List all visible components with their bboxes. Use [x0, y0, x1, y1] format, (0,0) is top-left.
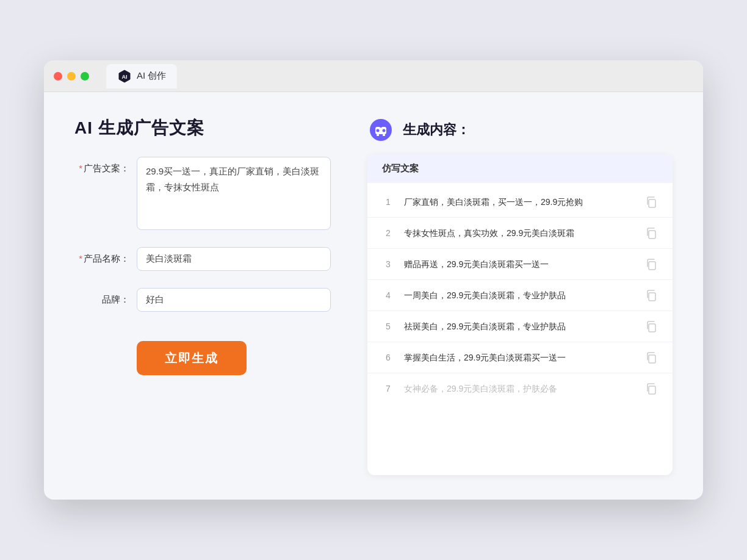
svg-rect-15 — [649, 355, 655, 363]
result-item: 6 掌握美白生活，29.9元美白淡斑霜买一送一 — [367, 342, 673, 373]
result-item: 4 一周美白，29.9元美白淡斑霜，专业护肤品 — [367, 280, 673, 311]
result-number: 3 — [382, 259, 394, 269]
svg-rect-13 — [649, 293, 655, 301]
result-number: 4 — [382, 290, 394, 300]
copy-icon[interactable] — [644, 289, 658, 302]
copy-icon[interactable] — [644, 226, 658, 240]
result-text: 女神必备，29.9元美白淡斑霜，护肤必备 — [404, 382, 635, 395]
page-title: AI 生成广告文案 — [74, 117, 331, 140]
titlebar: AI AI 创作 — [44, 60, 703, 92]
maximize-button[interactable] — [81, 72, 89, 81]
svg-text:AI: AI — [122, 74, 128, 80]
copy-icon[interactable] — [644, 320, 658, 333]
brand-input[interactable] — [137, 288, 331, 312]
result-item: 2 专抹女性斑点，真实功效，29.9元美白淡斑霜 — [367, 218, 673, 249]
result-number: 1 — [382, 197, 394, 207]
svg-point-5 — [383, 129, 386, 132]
ai-tab-icon: AI — [117, 69, 132, 84]
copy-icon[interactable] — [644, 195, 658, 209]
result-item: 1 厂家直销，美白淡斑霜，买一送一，29.9元抢购 — [367, 187, 673, 218]
result-number: 2 — [382, 228, 394, 238]
svg-rect-8 — [377, 134, 379, 136]
brand-group: 品牌： — [74, 288, 331, 312]
required-star-2: * — [79, 253, 82, 264]
generate-button[interactable]: 立即生成 — [137, 341, 247, 375]
left-panel: AI 生成广告文案 *广告文案： *产品名称： 品牌： 立 — [74, 117, 331, 475]
svg-rect-16 — [649, 386, 655, 394]
ad-copy-label: *广告文案： — [74, 157, 129, 174]
result-text: 专抹女性斑点，真实功效，29.9元美白淡斑霜 — [404, 227, 635, 240]
result-text: 祛斑美白，29.9元美白淡斑霜，专业护肤品 — [404, 320, 635, 333]
close-button[interactable] — [54, 72, 62, 81]
result-text: 一周美白，29.9元美白淡斑霜，专业护肤品 — [404, 289, 635, 302]
copy-icon[interactable] — [644, 351, 658, 364]
result-text: 掌握美白生活，29.9元美白淡斑霜买一送一 — [404, 351, 635, 364]
ai-tab[interactable]: AI AI 创作 — [106, 64, 177, 88]
right-title: 生成内容： — [403, 121, 470, 139]
brand-label: 品牌： — [74, 288, 129, 306]
svg-rect-14 — [649, 324, 655, 332]
product-name-input[interactable] — [137, 247, 331, 271]
results-card: 仿写文案 1 厂家直销，美白淡斑霜，买一送一，29.9元抢购 2 专抹女性斑点，… — [367, 154, 673, 475]
results-header: 仿写文案 — [367, 154, 673, 183]
result-number: 5 — [382, 321, 394, 331]
browser-window: AI AI 创作 AI 生成广告文案 *广告文案： *产品名称： — [44, 60, 703, 500]
result-item: 7 女神必备，29.9元美白淡斑霜，护肤必备 — [367, 373, 673, 404]
main-content: AI 生成广告文案 *广告文案： *产品名称： 品牌： 立 — [44, 92, 703, 500]
result-item: 3 赠品再送，29.9元美白淡斑霜买一送一 — [367, 249, 673, 280]
svg-rect-9 — [383, 134, 385, 136]
result-item: 5 祛斑美白，29.9元美白淡斑霜，专业护肤品 — [367, 311, 673, 342]
ad-copy-input[interactable] — [137, 157, 331, 230]
minimize-button[interactable] — [67, 72, 76, 81]
result-number: 7 — [382, 384, 394, 393]
svg-rect-10 — [649, 199, 655, 207]
product-name-group: *产品名称： — [74, 247, 331, 271]
svg-point-7 — [380, 123, 382, 125]
results-list: 1 厂家直销，美白淡斑霜，买一送一，29.9元抢购 2 专抹女性斑点，真实功效，… — [367, 183, 673, 407]
result-number: 6 — [382, 353, 394, 362]
result-text: 厂家直销，美白淡斑霜，买一送一，29.9元抢购 — [404, 196, 635, 209]
svg-rect-11 — [649, 231, 655, 239]
right-panel: 生成内容： 仿写文案 1 厂家直销，美白淡斑霜，买一送一，29.9元抢购 2 专… — [367, 117, 673, 475]
product-name-label: *产品名称： — [74, 247, 129, 265]
right-header: 生成内容： — [367, 117, 673, 143]
ad-copy-group: *广告文案： — [74, 157, 331, 230]
result-text: 赠品再送，29.9元美白淡斑霜买一送一 — [404, 258, 635, 271]
tab-label: AI 创作 — [137, 70, 166, 82]
traffic-lights — [54, 72, 89, 81]
copy-icon[interactable] — [644, 257, 658, 271]
copy-icon[interactable] — [644, 382, 658, 395]
svg-rect-12 — [649, 262, 655, 270]
svg-point-4 — [377, 129, 380, 132]
robot-icon — [367, 117, 394, 143]
required-star-1: * — [79, 163, 82, 173]
